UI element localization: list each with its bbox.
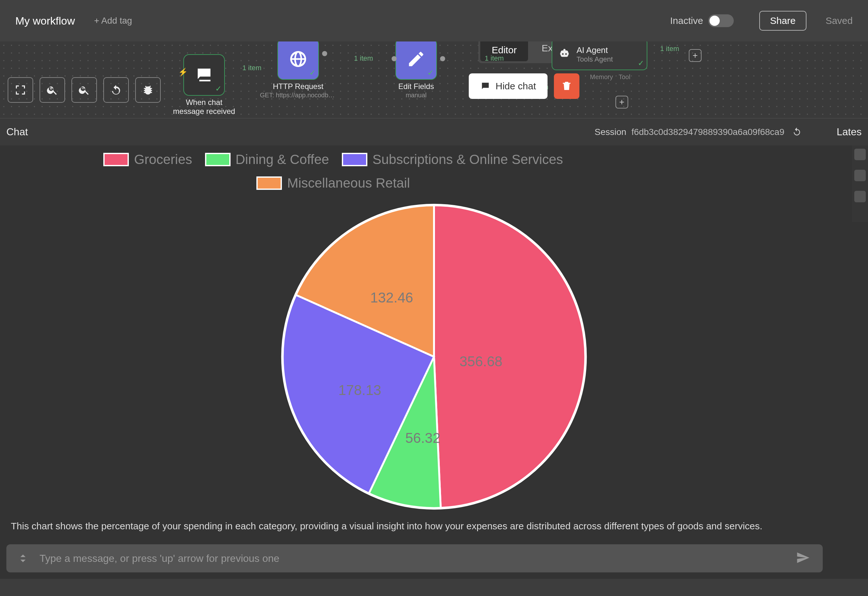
globe-icon <box>289 49 308 69</box>
legend-item[interactable]: Miscellaneous Retail <box>256 176 410 191</box>
node-subtitle: Tools Agent <box>577 55 613 64</box>
edge-label: 1 item <box>242 64 261 72</box>
delete-button[interactable] <box>554 73 579 99</box>
refresh-icon <box>792 127 802 136</box>
node-label: When chat message received <box>172 98 236 116</box>
zoom-in-icon <box>46 84 58 96</box>
node-chat-trigger[interactable]: ⚡ ✓ When chat message received <box>183 54 225 96</box>
chart-caption: This chart shows the percentage of your … <box>6 514 767 538</box>
legend-swatch <box>342 153 368 166</box>
node-label: HTTP Request GET: https://app.nocodb.com… <box>260 82 337 99</box>
legend-swatch <box>256 176 282 190</box>
output-port[interactable] <box>440 56 445 61</box>
undo-icon <box>110 84 122 96</box>
log-item[interactable] <box>854 170 866 181</box>
node-title: HTTP Request <box>273 82 323 90</box>
expand-icon <box>14 84 27 96</box>
trash-icon <box>561 80 573 92</box>
fit-view-button[interactable] <box>7 77 33 103</box>
legend-label: Groceries <box>134 152 192 167</box>
bug-icon <box>142 84 154 96</box>
chat-input-bar <box>0 538 868 579</box>
chat-tab-label[interactable]: Chat <box>6 126 28 138</box>
session-id: f6db3c0d3829479889390a6a09f68ca9 <box>631 127 784 137</box>
chevron-up-icon <box>19 553 27 558</box>
add-tool-button[interactable]: + <box>616 96 628 108</box>
chat-icon <box>195 65 214 84</box>
check-icon: ✓ <box>638 59 644 68</box>
add-tag-button[interactable]: + Add tag <box>94 16 132 26</box>
robot-icon <box>558 48 571 61</box>
pie-chart: 356.68 56.32 178.13 132.46 <box>278 200 590 513</box>
hide-chat-button[interactable]: Hide chat <box>469 73 548 99</box>
legend-label: Subscriptions & Online Services <box>372 152 563 167</box>
add-node-button[interactable]: + <box>689 49 701 62</box>
edge-label: 1 item <box>660 45 679 53</box>
share-button[interactable]: Share <box>759 11 806 31</box>
node-ai-agent[interactable]: AI Agent Tools Agent ✓ <box>552 41 647 70</box>
chat-panel-header: Chat Session f6db3c0d3829479889390a6a09f… <box>0 118 868 145</box>
workflow-canvas[interactable]: Editor Executions ⚡ ✓ When chat message … <box>0 41 868 118</box>
bolt-icon: ⚡ <box>178 68 188 77</box>
active-toggle[interactable] <box>708 14 734 27</box>
legend-swatch <box>205 153 230 166</box>
legend-label: Miscellaneous Retail <box>287 176 410 191</box>
check-icon: ✓ <box>427 68 434 77</box>
chart-legend: Groceries Dining & Coffee Subscriptions … <box>6 145 660 197</box>
undo-button[interactable] <box>103 77 129 103</box>
edge-label: 1 item <box>485 54 504 62</box>
chat-content: Groceries Dining & Coffee Subscriptions … <box>0 145 868 538</box>
legend-label: Dining & Coffee <box>236 152 329 167</box>
legend-item[interactable]: Dining & Coffee <box>205 152 329 167</box>
debug-button[interactable] <box>135 77 161 103</box>
pie-slice-value: 356.68 <box>459 353 503 370</box>
send-button[interactable] <box>796 551 810 566</box>
zoom-in-button[interactable] <box>40 77 65 103</box>
node-title: AI Agent <box>577 45 613 55</box>
chevron-down-icon <box>19 558 27 564</box>
pie-slice-value: 56.32 <box>405 430 440 446</box>
port-memory[interactable]: Memory <box>590 73 613 81</box>
pencil-icon <box>407 49 426 69</box>
saved-status: Saved <box>825 15 853 26</box>
port-tool[interactable]: Tool <box>619 73 630 81</box>
chat-icon <box>480 81 490 91</box>
legend-item[interactable]: Groceries <box>103 152 192 167</box>
log-item[interactable] <box>854 191 866 202</box>
node-edit-fields[interactable]: ✓ Edit Fields manual <box>396 41 437 80</box>
chat-input[interactable] <box>40 553 783 564</box>
history-arrows[interactable] <box>19 553 27 564</box>
input-port[interactable] <box>391 56 397 61</box>
session-label: Session <box>595 127 627 137</box>
node-label: Edit Fields manual <box>398 82 434 99</box>
log-item[interactable] <box>854 149 866 160</box>
zoom-out-icon <box>78 84 90 96</box>
send-icon <box>796 551 810 565</box>
workflow-title[interactable]: My workflow <box>15 15 75 27</box>
latest-panel-label[interactable]: Lates <box>837 126 862 138</box>
check-icon: ✓ <box>215 84 221 93</box>
node-http-request[interactable]: ✓ HTTP Request GET: https://app.nocodb.c… <box>278 41 319 80</box>
inactive-label: Inactive <box>670 15 703 26</box>
hide-chat-label: Hide chat <box>496 81 536 92</box>
node-subtitle: manual <box>398 92 434 99</box>
pie-slice-value: 178.13 <box>338 382 381 398</box>
legend-item[interactable]: Subscriptions & Online Services <box>342 152 563 167</box>
canvas-toolbar <box>7 77 161 103</box>
app-header: My workflow + Add tag Inactive Share Sav… <box>0 0 868 41</box>
output-port[interactable] <box>322 51 327 56</box>
check-icon: ✓ <box>309 68 316 77</box>
pie-slice-value: 132.46 <box>370 290 413 306</box>
refresh-session-button[interactable] <box>792 127 802 138</box>
node-title: Edit Fields <box>398 82 434 90</box>
legend-swatch <box>103 153 129 166</box>
edge-label: 1 item <box>354 54 373 62</box>
log-sidebar[interactable] <box>852 145 868 222</box>
node-subtitle: GET: https://app.nocodb.com/a... <box>260 92 337 99</box>
zoom-out-button[interactable] <box>71 77 97 103</box>
